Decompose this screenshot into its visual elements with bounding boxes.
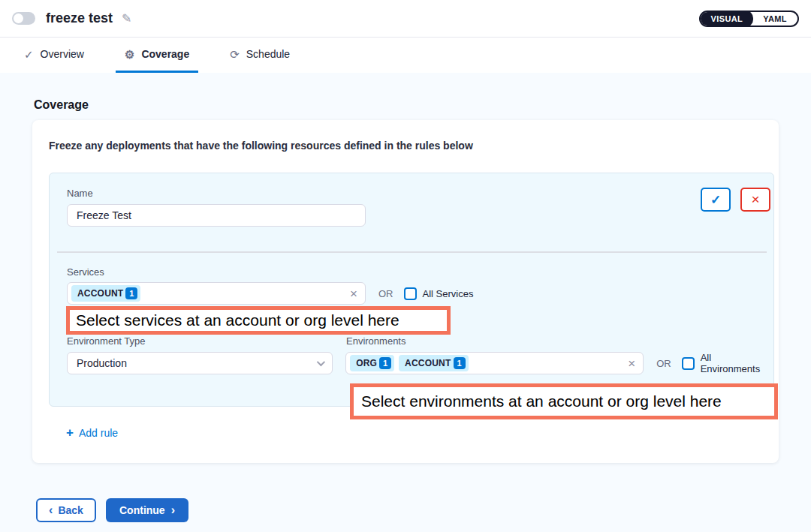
chevron-left-icon: ‹ — [49, 504, 53, 516]
service-tag-account[interactable]: ACCOUNT 1 — [71, 285, 140, 302]
all-environments-checkbox[interactable] — [682, 357, 695, 370]
services-tags: ACCOUNT 1 — [71, 285, 350, 302]
close-icon: × — [751, 191, 759, 208]
freeze-title: freeze test — [46, 11, 113, 26]
services-row: ACCOUNT 1 × OR All Services — [67, 282, 473, 305]
services-multiselect[interactable]: ACCOUNT 1 × — [67, 282, 366, 305]
divider — [57, 251, 767, 253]
services-or-label: OR — [378, 288, 393, 299]
environment-row: Production ORG 1 ACCOUNT 1 × OR A — [67, 352, 773, 374]
tab-overview-label: Overview — [41, 48, 84, 60]
tab-overview[interactable]: ✓ Overview — [15, 38, 93, 73]
tag-label: ORG — [356, 358, 377, 368]
tab-schedule-label: Schedule — [246, 48, 290, 60]
continue-button-label: Continue — [119, 504, 165, 516]
schedule-clock-icon: ⟳ — [230, 49, 240, 60]
check-icon: ✓ — [24, 49, 34, 60]
gear-icon: ⚙ — [125, 49, 134, 60]
yaml-toggle-option[interactable]: YAML — [752, 11, 797, 27]
tab-schedule[interactable]: ⟳ Schedule — [221, 38, 299, 73]
name-input[interactable] — [67, 204, 366, 227]
environments-multiselect[interactable]: ORG 1 ACCOUNT 1 × — [345, 352, 644, 374]
back-button[interactable]: ‹ Back — [36, 498, 96, 522]
card-heading: Freeze any deployments that have the fol… — [49, 140, 473, 152]
environment-tag-account[interactable]: ACCOUNT 1 — [399, 355, 468, 371]
environments-annotation-callout: Select environments at an account or org… — [350, 383, 778, 419]
tag-label: ACCOUNT — [77, 288, 123, 299]
services-label: Services — [67, 266, 104, 278]
tab-bar: ✓ Overview ⚙ Coverage ⟳ Schedule — [0, 38, 811, 73]
freeze-enable-toggle[interactable] — [12, 12, 35, 25]
clear-environments-icon[interactable]: × — [628, 357, 635, 370]
environment-type-label: Environment Type — [67, 335, 146, 347]
continue-button[interactable]: Continue › — [106, 498, 188, 522]
tag-count-badge: 1 — [454, 357, 466, 369]
all-services-checkbox[interactable] — [404, 287, 417, 300]
environments-label: Environments — [346, 335, 406, 347]
back-button-label: Back — [58, 504, 83, 516]
page-title: Coverage — [34, 98, 89, 112]
tag-count-badge: 1 — [125, 287, 137, 299]
name-label: Name — [67, 188, 93, 199]
add-rule-label: Add rule — [79, 427, 118, 439]
confirm-rule-button[interactable]: ✓ — [701, 188, 731, 212]
tab-coverage-label: Coverage — [141, 48, 189, 60]
environment-tag-org[interactable]: ORG 1 — [350, 355, 394, 371]
check-icon: ✓ — [710, 192, 721, 208]
environments-or-label: OR — [656, 358, 671, 369]
clear-services-icon[interactable]: × — [350, 287, 357, 300]
top-bar: freeze test ✎ VISUAL YAML — [0, 0, 811, 38]
visual-yaml-toggle: VISUAL YAML — [699, 11, 799, 27]
services-annotation-callout: Select services at an account or org lev… — [66, 306, 451, 335]
environments-tags: ORG 1 ACCOUNT 1 — [350, 355, 628, 371]
chevron-right-icon: › — [171, 504, 175, 516]
plus-icon: + — [66, 426, 74, 439]
environment-type-value: Production — [77, 357, 127, 369]
coverage-card: Freeze any deployments that have the fol… — [32, 120, 779, 463]
tag-label: ACCOUNT — [405, 358, 451, 368]
chevron-down-icon — [317, 358, 325, 366]
cancel-rule-button[interactable]: × — [740, 188, 770, 212]
tag-count-badge: 1 — [379, 357, 391, 369]
environment-type-select[interactable]: Production — [67, 352, 333, 374]
rule-panel: Name ✓ × Services ACCOUNT 1 × OR All Ser… — [49, 173, 774, 407]
all-services-label: All Services — [423, 288, 474, 299]
visual-toggle-option[interactable]: VISUAL — [700, 11, 753, 27]
all-environments-label: All Environments — [701, 352, 773, 374]
tab-coverage[interactable]: ⚙ Coverage — [116, 38, 198, 73]
edit-pencil-icon[interactable]: ✎ — [122, 11, 131, 26]
add-rule-button[interactable]: + Add rule — [66, 426, 118, 439]
